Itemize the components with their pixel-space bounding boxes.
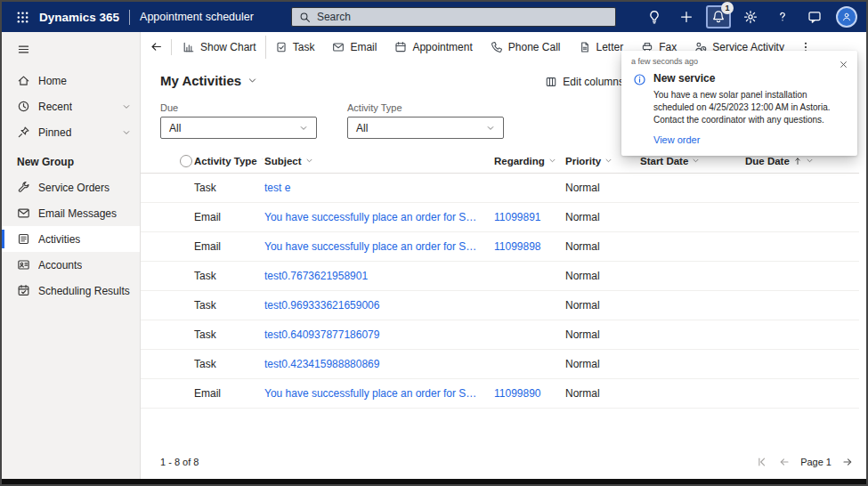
command-item-label: Phone Call [508, 41, 561, 53]
column-header[interactable]: Due Date [743, 156, 859, 166]
due-filter-value: All [169, 122, 181, 134]
column-header-label: Start Date [640, 156, 688, 166]
hamburger-icon [17, 43, 30, 56]
due-filter-label: Due [160, 102, 317, 113]
column-header[interactable]: Regarding [492, 156, 564, 166]
record-count: 1 - 8 of 8 [160, 457, 199, 467]
page-title: My Activities [160, 73, 241, 88]
sidebar-item[interactable]: Service Orders [2, 174, 140, 200]
command-item-label: Letter [596, 41, 624, 53]
command-item[interactable]: Appointment [385, 36, 481, 59]
app-launcher-button[interactable] [9, 4, 36, 29]
search-input[interactable]: Search [291, 7, 616, 27]
command-item-label: Email [350, 41, 377, 53]
table-row[interactable]: Task test e Normal [141, 174, 859, 203]
table-row[interactable]: Task test0.7673621958901 Normal [141, 262, 859, 291]
topbar-button[interactable] [642, 5, 667, 28]
cell-regarding-link[interactable]: 11099891 [492, 211, 564, 223]
activity-type-filter-dropdown[interactable]: All [347, 117, 504, 139]
command-item[interactable]: Email [323, 36, 385, 59]
command-item[interactable]: Phone Call [482, 36, 570, 59]
app-window: Dynamics 365 Appointment scheduler Searc… [0, 0, 868, 486]
view-selector-chevron-icon[interactable] [247, 76, 257, 85]
table-row[interactable]: Task test0.423415988880869 Normal [141, 350, 859, 379]
cell-activity-type: Task [192, 270, 263, 282]
topbar-button[interactable] [770, 5, 795, 28]
sidebar-item[interactable]: Scheduling Results [2, 278, 140, 304]
sitemap-sidebar: Home Recent Pinned New [2, 32, 141, 479]
cell-subject-link[interactable]: You have successfully place an order for… [263, 387, 492, 400]
next-page-button[interactable] [841, 456, 854, 468]
cell-priority: Normal [564, 182, 638, 194]
command-item[interactable]: Task [265, 36, 324, 59]
topbar-button[interactable] [834, 5, 859, 28]
cell-subject-link[interactable]: test0.423415988880869 [263, 358, 492, 370]
cell-subject-link[interactable]: test0.7673621958901 [263, 270, 492, 282]
table-row[interactable]: Email You have successfully place an ord… [141, 379, 859, 409]
sidebar-item-label: Scheduling Results [38, 285, 130, 297]
letter-icon [579, 41, 591, 53]
phone-icon [491, 41, 503, 53]
previous-page-button[interactable] [778, 456, 791, 468]
cell-priority: Normal [564, 211, 638, 223]
sidebar-item-label: Activities [38, 233, 80, 246]
column-header[interactable]: Start Date [638, 156, 743, 166]
first-page-button[interactable] [756, 456, 768, 468]
command-bar-divider [171, 39, 172, 55]
back-button[interactable] [142, 36, 169, 59]
view-order-link[interactable]: View order [653, 134, 842, 145]
cell-subject-link[interactable]: test0.640937877186079 [263, 328, 492, 341]
cell-regarding-link[interactable]: 11099890 [492, 387, 564, 400]
due-filter-dropdown[interactable]: All [160, 117, 317, 139]
cell-regarding-link[interactable]: 11099898 [492, 240, 564, 253]
cell-subject-link[interactable]: test0.969333621659006 [263, 299, 492, 312]
topbar-divider [129, 10, 130, 25]
close-icon[interactable] [839, 60, 848, 69]
command-item[interactable]: Show Chart [174, 36, 265, 59]
column-header[interactable]: Priority [564, 156, 638, 166]
column-header[interactable]: Activity Type [192, 156, 263, 166]
table-row[interactable]: Email You have successfully place an ord… [141, 203, 859, 232]
sidebar-item-label: Accounts [38, 259, 82, 271]
topbar-button[interactable] [802, 5, 827, 28]
activity-type-filter-value: All [356, 122, 368, 134]
gear-icon [743, 10, 758, 24]
sidebar-item[interactable]: Activities [2, 226, 140, 252]
sidebar-item[interactable]: Email Messages [2, 200, 140, 226]
topbar-button[interactable] [738, 5, 763, 28]
cell-subject-link[interactable]: You have successfully place an order for… [263, 240, 492, 253]
task-icon [275, 41, 288, 53]
sidebar-item-label: Recent [38, 101, 72, 113]
sidebar-item[interactable]: Pinned [2, 119, 140, 145]
table-row[interactable]: Task test0.969333621659006 Normal [141, 291, 859, 320]
grid-body: Task test e Normal Email You have succes… [141, 174, 859, 409]
sitemap-toggle-button[interactable] [2, 36, 140, 62]
search-placeholder: Search [317, 11, 351, 23]
cell-subject-link[interactable]: test e [263, 182, 492, 194]
brand-title[interactable]: Dynamics 365 [39, 11, 119, 24]
pin-icon [17, 126, 30, 139]
column-header[interactable]: Subject [263, 156, 492, 166]
appointment-icon [394, 41, 407, 53]
app-name[interactable]: Appointment scheduler [140, 11, 254, 23]
sidebar-item[interactable]: Recent [2, 93, 140, 119]
table-row[interactable]: Task test0.640937877186079 Normal [141, 320, 859, 350]
feedback-icon [807, 10, 822, 24]
search-icon [299, 12, 311, 23]
select-all-checkbox[interactable] [180, 155, 192, 167]
table-row[interactable]: Email You have successfully place an ord… [141, 232, 859, 262]
chevron-down-icon [604, 157, 612, 165]
sidebar-group-items: Service Orders Email Messages Activities [2, 174, 140, 304]
scheduling-results-icon [17, 284, 30, 297]
cell-activity-type: Email [192, 240, 263, 253]
sidebar-item[interactable]: Home [2, 68, 140, 93]
clock-icon [17, 100, 30, 113]
topbar-button[interactable]: 1 [706, 5, 731, 28]
cell-subject-link[interactable]: You have successfully place an order for… [263, 211, 492, 223]
topbar-button[interactable] [674, 5, 699, 28]
column-header-label: Priority [565, 156, 601, 166]
column-header-label: Due Date [745, 156, 790, 166]
grid-footer: 1 - 8 of 8 Page 1 [160, 456, 854, 468]
edit-columns-button[interactable]: Edit columns [545, 76, 624, 88]
sidebar-item[interactable]: Accounts [2, 252, 140, 278]
